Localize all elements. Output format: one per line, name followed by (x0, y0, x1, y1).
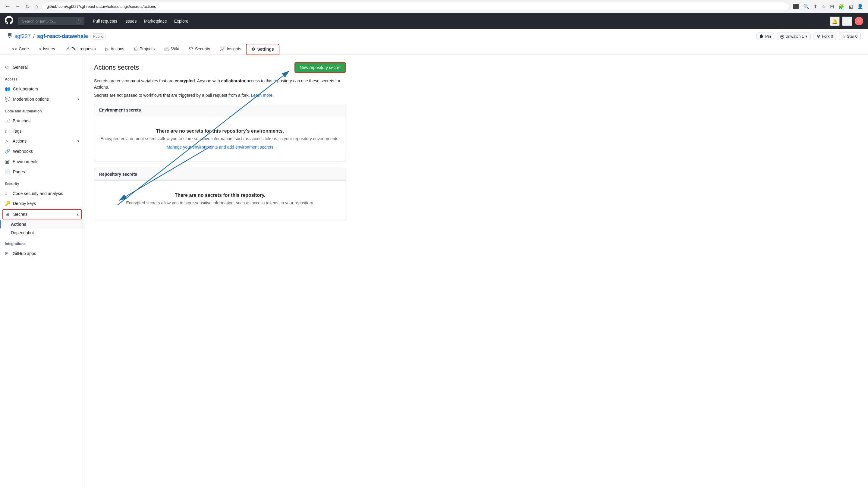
desc-mid: . Anyone with (195, 78, 221, 83)
layout-icon[interactable]: ⬕ (847, 2, 854, 11)
sidebar-item-github-apps[interactable]: ⊞ GitHub apps (0, 248, 84, 259)
tab-code[interactable]: <> Code (7, 44, 34, 55)
sidebar-item-environments[interactable]: ▣ Environments (0, 156, 84, 167)
sidebar-item-tags[interactable]: 🏷 Tags (0, 126, 84, 136)
env-secrets-header: Environment secrets (94, 104, 346, 116)
nav-pull-requests[interactable]: Pull requests (89, 16, 121, 26)
sidebar-code-section: Code and automation (0, 107, 84, 116)
actions-chevron-icon: ▾ (77, 139, 79, 143)
sidebar-item-code-security[interactable]: ○ Code security and analysis (0, 188, 84, 198)
repo-actions: Pin Unwatch 1 ▾ Fork 0 ☆ Star 0 (756, 33, 861, 40)
github-logo[interactable] (5, 16, 13, 26)
nav-issues[interactable]: Issues (121, 16, 140, 26)
unwatch-button[interactable]: Unwatch 1 ▾ (777, 33, 811, 40)
nav-explore[interactable]: Explore (171, 16, 192, 26)
global-nav: Pull requests Issues Marketplace Explore (89, 16, 192, 26)
note-text: Secrets are not passed to workflows that… (94, 93, 251, 98)
pin-label: Pin (765, 34, 771, 39)
repo-secrets-empty-title: There are no secrets for this repository… (100, 193, 340, 198)
forward-button[interactable]: → (14, 2, 22, 11)
code-icon: <> (12, 46, 17, 51)
star-button[interactable]: ☆ Star 0 (839, 33, 861, 40)
sidebar-item-actions[interactable]: ▷ Actions ▾ (0, 136, 84, 146)
puzzle-icon[interactable]: 🧩 (837, 2, 845, 11)
sidebar-sub-item-actions[interactable]: Actions (0, 220, 84, 228)
share-icon[interactable]: ⬆ (812, 2, 818, 11)
tab-wiki[interactable]: 📖 Wiki (159, 44, 184, 55)
tab-projects[interactable]: ⊞ Projects (129, 44, 160, 55)
sidebar-item-collaborators[interactable]: 👥 Collaborators (0, 84, 84, 94)
repo-owner[interactable]: sgf227 (15, 33, 31, 39)
content-description: Secrets are environment variables that a… (94, 78, 346, 91)
github-header: Search or jump to... / Pull requests Iss… (0, 13, 868, 29)
settings-icon: ⚙ (251, 47, 255, 52)
repo-separator: / (33, 33, 35, 39)
insights-icon: 📈 (220, 46, 225, 51)
sidebar-item-deploy-keys[interactable]: 🔑 Deploy keys (0, 198, 84, 209)
home-button[interactable]: ⌂ (34, 2, 39, 11)
back-button[interactable]: ← (4, 2, 12, 11)
env-secrets-empty-title: There are no secrets for this repository… (100, 128, 340, 134)
manage-environments-link[interactable]: Manage your environments and add environ… (167, 145, 273, 150)
dependabot-sub-label: Dependabot (11, 230, 34, 235)
new-repository-secret-button[interactable]: New repository secret (294, 62, 346, 73)
actions-sidebar-icon: ▷ (5, 138, 10, 144)
general-icon: ⚙ (5, 64, 10, 70)
desc-pre: Secrets are environment variables that a… (94, 78, 175, 83)
plus-icon[interactable]: + ▾ (842, 17, 852, 26)
moderation-icon: 💬 (5, 96, 11, 102)
repo-secrets-section: Repository secrets There are no secrets … (94, 168, 346, 221)
desc-collaborator: collaborator (221, 78, 246, 83)
unwatch-label: Unwatch (786, 34, 801, 39)
content-header: Actions secrets New repository secret (94, 62, 346, 73)
sidebar-item-webhooks[interactable]: 🔗 Webhooks (0, 146, 84, 156)
zoom-icon[interactable]: 🔍 (802, 2, 810, 11)
code-security-icon: ○ (5, 191, 10, 196)
nav-marketplace[interactable]: Marketplace (140, 16, 170, 26)
sidebar: ⚙ General Access 👥 Collaborators 💬 Moder… (0, 55, 84, 489)
search-placeholder: Search or jump to... (22, 19, 56, 23)
tab-security[interactable]: 🛡 Security (184, 44, 215, 55)
deploy-keys-icon: 🔑 (5, 201, 11, 206)
refresh-button[interactable]: ↻ (24, 2, 31, 11)
env-secrets-empty-desc: Encrypted environment secrets allow you … (100, 136, 340, 141)
bookmark-icon[interactable]: ☆ (821, 2, 827, 11)
sidebar-item-secrets[interactable]: ⊞ Secrets ▴ (2, 209, 82, 220)
repo-icon (7, 33, 12, 39)
search-box[interactable]: Search or jump to... / (18, 17, 84, 25)
tab-settings[interactable]: ⚙ Settings (246, 44, 279, 55)
tab-actions[interactable]: ▷ Actions (101, 44, 129, 55)
wiki-icon: 📖 (164, 46, 169, 51)
sidebar-sub-item-dependabot[interactable]: Dependabot (0, 228, 84, 237)
tab-issues[interactable]: ○ Issues (34, 44, 60, 55)
browser-actions: ⬛ 🔍 ⬆ ☆ ⊞ 🧩 ⬕ 👤 (792, 2, 864, 11)
notification-bell-icon[interactable]: 🔔 (830, 17, 840, 26)
avatar[interactable]: S (855, 17, 863, 25)
pages-icon: 📄 (5, 169, 11, 174)
extensions-icon[interactable]: ⊞ (829, 2, 835, 11)
sidebar-item-general[interactable]: ⚙ General (0, 62, 84, 72)
tab-insights[interactable]: 📈 Insights (215, 44, 246, 55)
repo-title: sgf227 / sgf-react-datawhale Public (7, 33, 106, 39)
env-secrets-empty: There are no secrets for this repository… (94, 116, 346, 162)
pin-button[interactable]: Pin (756, 33, 774, 40)
secrets-icon: ⊞ (5, 212, 11, 217)
address-bar[interactable]: github.com/sgf227/sgf-react-datawhale/se… (42, 2, 789, 11)
repo-secrets-header: Repository secrets (94, 168, 346, 180)
sidebar-item-branches[interactable]: ⎇ Branches (0, 116, 84, 126)
tab-pull-requests[interactable]: ⎇ Pull requests (60, 44, 101, 55)
sidebar-item-moderation[interactable]: 💬 Moderation options ▾ (0, 94, 84, 104)
repo-name[interactable]: sgf-react-datawhale (37, 33, 88, 39)
moderation-chevron-icon: ▾ (77, 97, 79, 101)
repo-header: sgf227 / sgf-react-datawhale Public Pin … (0, 29, 868, 55)
learn-more-link[interactable]: Learn more. (251, 93, 274, 98)
profile-icon[interactable]: 👤 (856, 2, 864, 11)
sidebar-item-pages[interactable]: 📄 Pages (0, 167, 84, 177)
screen-share-icon[interactable]: ⬛ (792, 2, 800, 11)
repo-secrets-empty: There are no secrets for this repository… (94, 180, 346, 221)
secrets-chevron-icon: ▴ (77, 212, 79, 216)
fork-button[interactable]: Fork 0 (813, 33, 836, 40)
desc-encrypted: encrypted (175, 78, 195, 83)
repo-nav: <> Code ○ Issues ⎇ Pull requests ▷ Actio… (7, 44, 861, 55)
fork-label: Fork (822, 34, 830, 39)
